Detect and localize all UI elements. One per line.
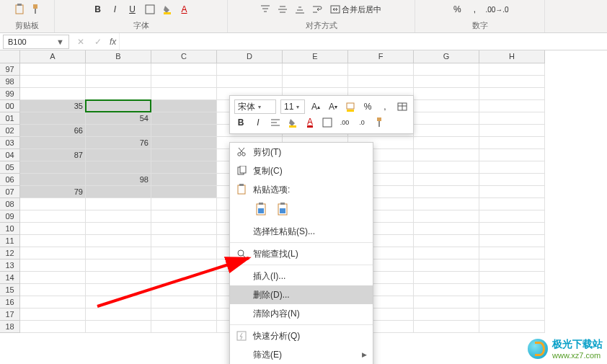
column-header[interactable]: B <box>86 50 151 63</box>
name-box[interactable]: B100 ▼ <box>3 35 69 49</box>
cell[interactable] <box>479 112 545 125</box>
cell[interactable] <box>20 137 86 149</box>
menu-item[interactable]: 清除内容(N) <box>230 304 373 323</box>
cell[interactable] <box>414 76 479 88</box>
cell[interactable] <box>479 125 545 137</box>
cell[interactable] <box>151 321 217 333</box>
cell[interactable] <box>20 296 86 308</box>
cell[interactable] <box>86 308 151 321</box>
increase-font-icon[interactable]: A▴ <box>309 100 322 113</box>
row-header[interactable]: 08 <box>0 198 20 210</box>
fill-color-button[interactable] <box>161 3 174 16</box>
cell[interactable] <box>86 296 151 308</box>
cell[interactable] <box>414 272 479 284</box>
cell[interactable] <box>414 149 479 161</box>
cell[interactable] <box>414 321 479 333</box>
cell[interactable] <box>479 321 545 333</box>
cell[interactable] <box>348 63 414 76</box>
cell[interactable] <box>151 223 217 235</box>
cell[interactable] <box>86 149 151 161</box>
column-header[interactable]: D <box>217 50 283 63</box>
cell[interactable] <box>414 284 479 296</box>
cell[interactable] <box>151 174 217 186</box>
cell[interactable] <box>20 63 86 76</box>
increase-decimal-button[interactable]: .00→.0 <box>485 3 508 16</box>
cell[interactable] <box>414 186 479 198</box>
row-header[interactable]: 00 <box>0 100 20 112</box>
column-header[interactable]: C <box>151 50 217 63</box>
cell[interactable] <box>20 247 86 259</box>
cell[interactable] <box>414 235 479 247</box>
row-header[interactable]: 14 <box>0 272 20 284</box>
cell[interactable] <box>479 100 545 112</box>
cell[interactable] <box>414 88 479 100</box>
cell[interactable]: 79 <box>20 186 86 198</box>
cell[interactable] <box>414 296 479 308</box>
cell[interactable] <box>20 210 86 223</box>
menu-item[interactable]: 删除(D)... <box>230 285 373 304</box>
row-header[interactable]: 16 <box>0 296 20 308</box>
cell[interactable] <box>20 76 86 88</box>
bold-button[interactable]: B <box>92 3 105 16</box>
cancel-formula-button[interactable]: ✕ <box>72 37 89 47</box>
cell[interactable] <box>414 125 479 137</box>
cell[interactable] <box>151 125 217 137</box>
column-header[interactable]: G <box>414 50 479 63</box>
underline-button[interactable]: U <box>126 3 139 16</box>
paste-icon[interactable] <box>14 4 25 15</box>
fx-icon[interactable]: fx <box>107 37 119 47</box>
mini-align-button[interactable] <box>269 116 282 129</box>
cell[interactable] <box>414 210 479 223</box>
cell[interactable] <box>151 296 217 308</box>
row-header[interactable]: 99 <box>0 88 20 100</box>
cell[interactable] <box>479 296 545 308</box>
cell[interactable] <box>414 223 479 235</box>
menu-item[interactable]: 选择性粘贴(S)... <box>230 222 373 241</box>
cell[interactable] <box>217 76 283 88</box>
merge-cells-button[interactable]: 合并后居中 <box>328 4 384 16</box>
row-header[interactable]: 04 <box>0 149 20 161</box>
cell[interactable] <box>479 63 545 76</box>
decrease-font-icon[interactable]: A▾ <box>327 100 340 113</box>
column-header[interactable]: H <box>479 50 545 63</box>
cell[interactable] <box>479 186 545 198</box>
cell[interactable] <box>86 161 151 174</box>
wrap-text-button[interactable] <box>311 3 324 16</box>
cell[interactable] <box>151 112 217 125</box>
cell[interactable] <box>20 88 86 100</box>
mini-table-button[interactable] <box>396 100 409 113</box>
font-color-button[interactable]: A <box>178 3 191 16</box>
column-header[interactable]: A <box>20 50 86 63</box>
cell[interactable] <box>479 235 545 247</box>
percent-button[interactable]: % <box>451 3 464 16</box>
cell[interactable] <box>151 137 217 149</box>
row-header[interactable]: 06 <box>0 174 20 186</box>
mini-format-painter-button[interactable] <box>373 116 386 129</box>
cell[interactable] <box>414 308 479 321</box>
row-header[interactable]: 02 <box>0 125 20 137</box>
cell[interactable] <box>86 210 151 223</box>
cell[interactable] <box>414 198 479 210</box>
align-bottom-button[interactable] <box>293 3 306 16</box>
menu-item[interactable]: 筛选(E)▶ <box>230 345 373 364</box>
cell[interactable] <box>217 63 283 76</box>
cell[interactable] <box>86 272 151 284</box>
row-header[interactable]: 13 <box>0 259 20 272</box>
cell[interactable] <box>414 259 479 272</box>
cell[interactable] <box>479 76 545 88</box>
cell[interactable] <box>151 272 217 284</box>
cell[interactable] <box>151 308 217 321</box>
cell[interactable] <box>414 100 479 112</box>
cell[interactable] <box>283 76 348 88</box>
formula-input[interactable] <box>119 33 607 50</box>
cell[interactable] <box>151 210 217 223</box>
cell[interactable] <box>20 235 86 247</box>
cell[interactable] <box>20 308 86 321</box>
cell[interactable] <box>151 198 217 210</box>
select-all-corner[interactable] <box>0 50 20 63</box>
mini-border-button[interactable] <box>321 116 334 129</box>
row-header[interactable]: 01 <box>0 112 20 125</box>
cell[interactable] <box>86 186 151 198</box>
mini-bold-button[interactable]: B <box>234 116 247 129</box>
cell[interactable] <box>20 223 86 235</box>
